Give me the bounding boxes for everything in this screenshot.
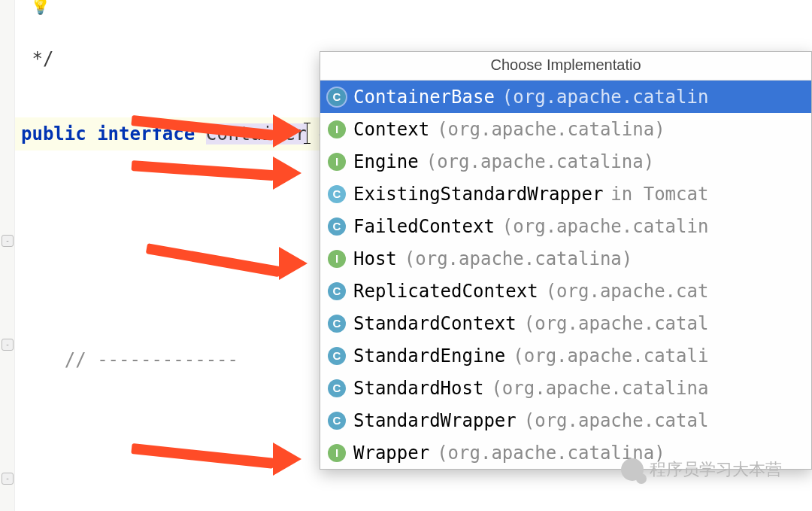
item-name: Host: [353, 248, 397, 269]
gutter-fold-icon[interactable]: -: [2, 339, 14, 351]
class-icon: C: [328, 347, 346, 365]
class-icon: C: [328, 185, 346, 203]
implementation-list[interactable]: CContainerBase (org.apache.catalinIConte…: [320, 81, 811, 469]
class-icon: C: [328, 217, 346, 236]
arrow-annotation-icon: [132, 151, 304, 181]
class-icon: C: [328, 412, 346, 430]
item-package: (org.apache.catali: [513, 345, 708, 367]
item-name: StandardWrapper: [353, 410, 517, 431]
item-name: StandardContext: [353, 313, 517, 334]
arrow-annotation-icon: [132, 433, 304, 464]
item-name: ContainerBase: [353, 87, 495, 108]
choose-implementation-popup: Choose Implementatio CContainerBase (org…: [320, 51, 812, 470]
implementation-item[interactable]: CStandardHost (org.apache.catalina: [320, 372, 811, 404]
item-package: (org.apache.catal: [524, 313, 709, 334]
implementation-item[interactable]: IContext (org.apache.catalina): [320, 113, 811, 145]
item-package: (org.apache.catalina): [426, 151, 654, 172]
wechat-icon: [621, 458, 644, 481]
item-name: FailedContext: [353, 216, 495, 237]
item-package: (org.apache.catalina): [404, 248, 632, 269]
implementation-item[interactable]: CContainerBase (org.apache.catalin: [320, 81, 811, 113]
code-line: [15, 494, 812, 511]
item-name: StandardHost: [353, 378, 483, 399]
interface-icon: I: [328, 120, 346, 138]
gutter-fold-icon[interactable]: -: [2, 473, 14, 485]
item-package: (org.apache.catalina: [491, 378, 708, 399]
implementation-item[interactable]: CStandardEngine (org.apache.catali: [320, 339, 811, 372]
implementation-item[interactable]: IEngine (org.apache.catalina): [320, 145, 811, 178]
editor-gutter: - - -: [0, 0, 15, 511]
item-name: Engine: [353, 151, 419, 172]
item-name: ExistingStandardWrapper: [353, 184, 603, 205]
interface-icon: I: [328, 444, 346, 462]
arrow-annotation-icon: [147, 233, 320, 263]
implementation-item[interactable]: CFailedContext (org.apache.catalin: [320, 210, 811, 242]
item-package: (org.apache.catalin: [502, 87, 709, 108]
implementation-item[interactable]: CExistingStandardWrapper in Tomcat: [320, 178, 811, 210]
item-package: (org.apache.catalina): [437, 119, 665, 140]
implementation-item[interactable]: CReplicatedContext (org.apache.cat: [320, 275, 811, 307]
item-name: Wrapper: [353, 443, 429, 464]
watermark-text: 程序员学习大本营: [650, 458, 782, 481]
implementation-item[interactable]: IHost (org.apache.catalina): [320, 242, 811, 275]
item-package: (org.apache.catal: [524, 410, 709, 431]
gutter-fold-icon[interactable]: -: [2, 235, 14, 247]
class-icon: C: [328, 282, 346, 300]
text-caret: [307, 123, 308, 144]
item-name: Context: [353, 119, 429, 140]
item-package: (org.apache.catalin: [502, 216, 709, 237]
interface-icon: I: [328, 153, 346, 171]
arrow-annotation-icon: [132, 105, 304, 135]
watermark: 程序员学习大本营: [621, 458, 782, 481]
interface-icon: I: [328, 250, 346, 268]
item-package: (org.apache.cat: [546, 281, 709, 302]
class-icon: C: [328, 88, 346, 106]
implementation-item[interactable]: CStandardWrapper (org.apache.catal: [320, 404, 811, 436]
popup-title: Choose Implementatio: [320, 52, 811, 81]
class-icon: C: [328, 315, 346, 333]
item-name: StandardEngine: [353, 345, 505, 367]
item-name: ReplicatedContext: [353, 281, 538, 302]
item-package: in Tomcat: [611, 184, 708, 205]
class-icon: C: [328, 379, 346, 397]
implementation-item[interactable]: CStandardContext (org.apache.catal: [320, 307, 811, 339]
